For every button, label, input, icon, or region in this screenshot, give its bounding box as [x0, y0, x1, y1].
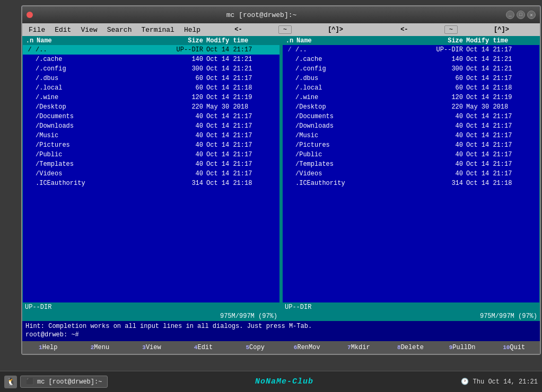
file-row-size: 40 — [432, 113, 464, 120]
right-file-row[interactable]: /Videos 40 Oct 14 21:17 — [283, 169, 539, 179]
fkey-label-9: PullDn — [452, 344, 475, 351]
taskbar-left: 🐧 ⬛ mc [root@drweb]:~ — [4, 376, 108, 388]
right-col-headers: .n Name Size Modify time — [283, 37, 539, 45]
file-row-size: 60 — [432, 75, 464, 82]
left-file-row[interactable]: /.config 300 Oct 14 21:21 — [23, 64, 279, 74]
minimize-button[interactable]: _ — [506, 11, 514, 19]
right-file-row[interactable]: /Downloads 40 Oct 14 21:17 — [283, 121, 539, 131]
left-file-row[interactable]: /Pictures 40 Oct 14 21:17 — [23, 140, 279, 150]
fkey-num-4: 4 — [194, 344, 198, 351]
file-row-mod: Oct 14 21:17 — [464, 46, 538, 54]
panel-right-nav-right[interactable]: [^]> — [494, 26, 509, 33]
fkey-2[interactable]: 2Menu — [74, 341, 126, 354]
fkey-3[interactable]: 3View — [126, 341, 178, 354]
left-file-row[interactable]: /.local 60 Oct 14 21:18 — [23, 83, 279, 93]
right-file-row[interactable]: / /.. UP--DIR Oct 14 21:17 — [283, 45, 539, 55]
file-row-name: /Downloads — [36, 122, 172, 130]
right-file-row[interactable]: /.wine 120 Oct 14 21:19 — [283, 93, 539, 102]
close-button[interactable]: ✕ — [527, 11, 536, 19]
fkey-num-7: 7 — [347, 344, 351, 351]
right-file-row[interactable]: /.cache 140 Oct 14 21:21 — [283, 55, 539, 64]
file-row-mod: Oct 14 21:17 — [204, 151, 278, 158]
right-file-row[interactable]: /Documents 40 Oct 14 21:17 — [283, 112, 539, 121]
left-file-row[interactable]: / /.. UP--DIR Oct 14 21:17 — [23, 45, 279, 55]
right-file-row[interactable]: /Desktop 220 May 30 2018 — [283, 102, 539, 112]
fkey-num-6: 6 — [294, 344, 298, 351]
left-file-row[interactable]: /Documents 40 Oct 14 21:17 — [23, 112, 279, 121]
menu-help[interactable]: Help — [180, 25, 205, 35]
file-row-mod: Oct 14 21:17 — [204, 141, 278, 149]
right-file-row[interactable]: /.local 60 Oct 14 21:18 — [283, 83, 539, 93]
fkey-8[interactable]: 8Delete — [384, 341, 436, 354]
panel-right-nav-left[interactable]: <- — [400, 26, 408, 33]
file-row-mod: Oct 14 21:19 — [464, 94, 538, 101]
file-row-name: .ICEauthority — [295, 180, 432, 187]
panel-left-nav-left[interactable]: <- — [234, 26, 242, 33]
window-title: mc [root@drweb]:~ — [37, 11, 486, 19]
file-row-mod: Oct 14 21:17 — [204, 75, 278, 82]
file-row-name: /.dbus — [36, 75, 172, 82]
file-row-size: 314 — [172, 180, 204, 187]
file-row-size: 300 — [432, 65, 464, 73]
fkey-7[interactable]: 7Mkdir — [333, 341, 385, 354]
fkey-9[interactable]: 9PullDn — [436, 341, 488, 354]
taskbar-start-icon[interactable]: 🐧 — [4, 376, 17, 388]
taskbar-clock-icon: 🕐 — [461, 378, 469, 386]
fkey-label-10: Quit — [510, 344, 525, 351]
taskbar-logo: NoNaMe-Club — [255, 377, 313, 386]
file-row-name: .ICEauthority — [36, 180, 172, 187]
left-file-row[interactable]: /.dbus 60 Oct 14 21:17 — [23, 74, 279, 83]
fkey-6[interactable]: 6RenMov — [281, 341, 333, 354]
file-row-name: /Videos — [36, 170, 172, 177]
left-file-row[interactable]: /Downloads 40 Oct 14 21:17 — [23, 121, 279, 131]
right-footer-label: UP--DIR — [285, 304, 311, 311]
menu-view[interactable]: View — [76, 25, 101, 35]
right-col-n: .n — [284, 37, 295, 44]
left-file-row[interactable]: /Music 40 Oct 14 21:17 — [23, 131, 279, 140]
file-row-mod: Oct 14 21:17 — [204, 132, 278, 139]
left-file-list: / /.. UP--DIR Oct 14 21:17 /.cache 140 O… — [23, 45, 279, 302]
right-file-row[interactable]: /Templates 40 Oct 14 21:17 — [283, 159, 539, 169]
file-row-mod: Oct 14 21:17 — [204, 46, 278, 54]
fkey-4[interactable]: 4Edit — [178, 341, 230, 354]
left-file-row[interactable]: /.cache 140 Oct 14 21:21 — [23, 55, 279, 64]
fkey-5[interactable]: 5Copy — [229, 341, 281, 354]
panel-left-path: ~ — [278, 25, 292, 34]
menu-file[interactable]: File — [24, 25, 49, 35]
file-row-name: /.local — [295, 84, 432, 92]
maximize-button[interactable]: □ — [517, 11, 525, 19]
panel-left-nav-right[interactable]: [^]> — [328, 26, 343, 33]
left-file-row[interactable]: /.wine 120 Oct 14 21:19 — [23, 93, 279, 102]
left-file-row[interactable]: /Public 40 Oct 14 21:17 — [23, 150, 279, 159]
fkey-num-8: 8 — [397, 344, 401, 351]
left-file-row[interactable]: .ICEauthority 314 Oct 14 21:18 — [23, 179, 279, 188]
main-window: mc [root@drweb]:~ _ □ ✕ File Edit View S… — [21, 5, 541, 355]
fkey-10[interactable]: 10Quit — [488, 341, 540, 354]
file-row-size: 40 — [432, 122, 464, 130]
menu-edit[interactable]: Edit — [50, 25, 75, 35]
fkey-label-4: Edit — [197, 344, 213, 351]
right-file-row[interactable]: .ICEauthority 314 Oct 14 21:18 — [283, 179, 539, 188]
cmd-prompt[interactable]: root@drweb: ~# — [25, 331, 537, 338]
fkey-1[interactable]: 1Help — [22, 341, 74, 354]
taskbar-center: NoNaMe-Club — [108, 377, 460, 386]
fkey-label-1: Help — [42, 344, 58, 351]
file-row-name: /Videos — [295, 170, 432, 177]
left-file-row[interactable]: /Templates 40 Oct 14 21:17 — [23, 159, 279, 169]
fkey-num-1: 1 — [39, 344, 42, 351]
file-row-mod: Oct 14 21:17 — [464, 113, 538, 120]
right-file-row[interactable]: /Public 40 Oct 14 21:17 — [283, 150, 539, 159]
file-row-n: / — [284, 46, 295, 54]
titlebar-close-dot[interactable] — [27, 12, 33, 18]
right-file-row[interactable]: /Pictures 40 Oct 14 21:17 — [283, 140, 539, 150]
left-file-row[interactable]: /Videos 40 Oct 14 21:17 — [23, 169, 279, 179]
file-row-size: 40 — [432, 170, 464, 177]
fkey-label-6: RenMov — [297, 344, 320, 351]
menu-search[interactable]: Search — [103, 25, 136, 35]
right-file-row[interactable]: /.dbus 60 Oct 14 21:17 — [283, 74, 539, 83]
right-file-row[interactable]: /.config 300 Oct 14 21:21 — [283, 64, 539, 74]
menu-terminal[interactable]: Terminal — [137, 25, 178, 35]
taskbar-app-item[interactable]: ⬛ mc [root@drweb]:~ — [20, 376, 108, 388]
right-file-row[interactable]: /Music 40 Oct 14 21:17 — [283, 131, 539, 140]
left-file-row[interactable]: /Desktop 220 May 30 2018 — [23, 102, 279, 112]
